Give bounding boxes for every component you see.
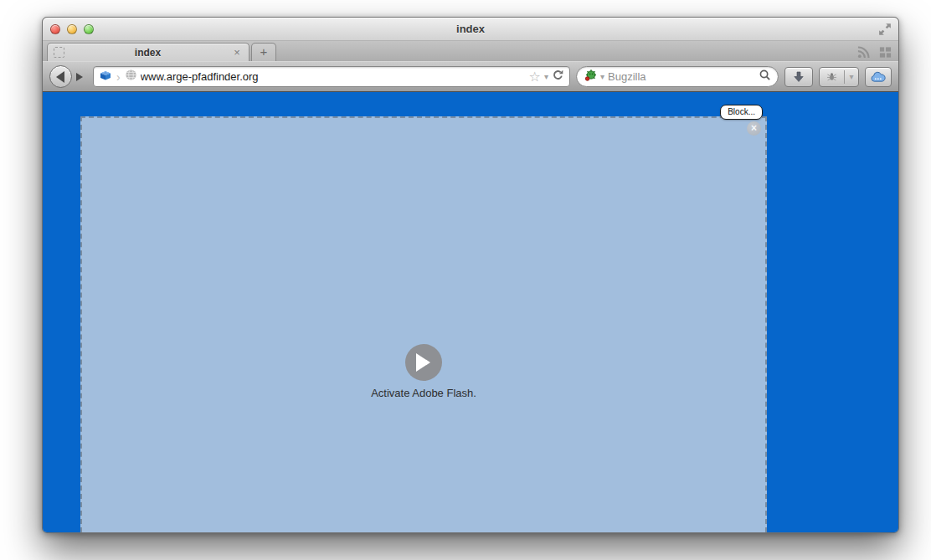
- search-engine-dropdown-icon[interactable]: ▾: [600, 73, 604, 81]
- url-input[interactable]: [141, 70, 526, 83]
- chevron-separator-icon: ›: [116, 71, 121, 83]
- navigation-toolbar: › ☆ ▾: [43, 61, 898, 92]
- forward-icon: [76, 73, 87, 81]
- search-bar[interactable]: ▾: [576, 66, 779, 87]
- forward-button[interactable]: [72, 69, 87, 85]
- cloud-icon: [870, 70, 887, 84]
- search-input[interactable]: [608, 70, 755, 83]
- site-globe-icon: [125, 69, 137, 85]
- tab-bar: index × +: [43, 41, 898, 61]
- addon-bug-icon[interactable]: [820, 68, 844, 86]
- rss-icon[interactable]: [857, 46, 870, 59]
- favicon-placeholder-icon: [54, 47, 64, 58]
- activate-flash-text: Activate Adobe Flash.: [82, 387, 765, 399]
- tab-index[interactable]: index ×: [47, 43, 249, 61]
- window-title: index: [43, 23, 898, 35]
- tab-close-icon[interactable]: ×: [231, 47, 243, 59]
- url-bar[interactable]: › ☆ ▾: [93, 66, 570, 87]
- new-tab-button[interactable]: +: [251, 43, 276, 61]
- tab-label: index: [64, 47, 231, 59]
- cloud-button[interactable]: [865, 67, 892, 87]
- flash-placeholder[interactable]: Block... × Activate Adobe Flash.: [80, 116, 767, 532]
- bookmark-star-icon[interactable]: ☆: [529, 70, 541, 84]
- play-icon: [416, 353, 440, 372]
- back-icon: [50, 71, 64, 83]
- addon-bug-button[interactable]: ▾: [819, 67, 859, 87]
- play-button[interactable]: [405, 344, 442, 381]
- page-content: Block... × Activate Adobe Flash.: [43, 92, 898, 532]
- close-icon[interactable]: ×: [747, 121, 761, 136]
- block-plugin-button[interactable]: Block...: [720, 105, 763, 120]
- bugzilla-engine-icon[interactable]: [584, 69, 597, 85]
- urlbar-dropdown-icon[interactable]: ▾: [544, 73, 548, 81]
- search-magnifier-icon[interactable]: [759, 69, 771, 85]
- titlebar[interactable]: index: [43, 18, 898, 41]
- browser-window: index index × +: [42, 17, 899, 533]
- reload-icon[interactable]: [552, 69, 564, 85]
- fullscreen-icon[interactable]: [878, 23, 892, 36]
- downloads-icon: [792, 70, 805, 84]
- addon-dropdown-icon[interactable]: ▾: [845, 73, 858, 81]
- downloads-button[interactable]: [784, 67, 813, 87]
- plugin-brick-icon[interactable]: [99, 69, 112, 85]
- back-button[interactable]: [49, 65, 72, 88]
- tab-groups-icon[interactable]: [879, 46, 892, 59]
